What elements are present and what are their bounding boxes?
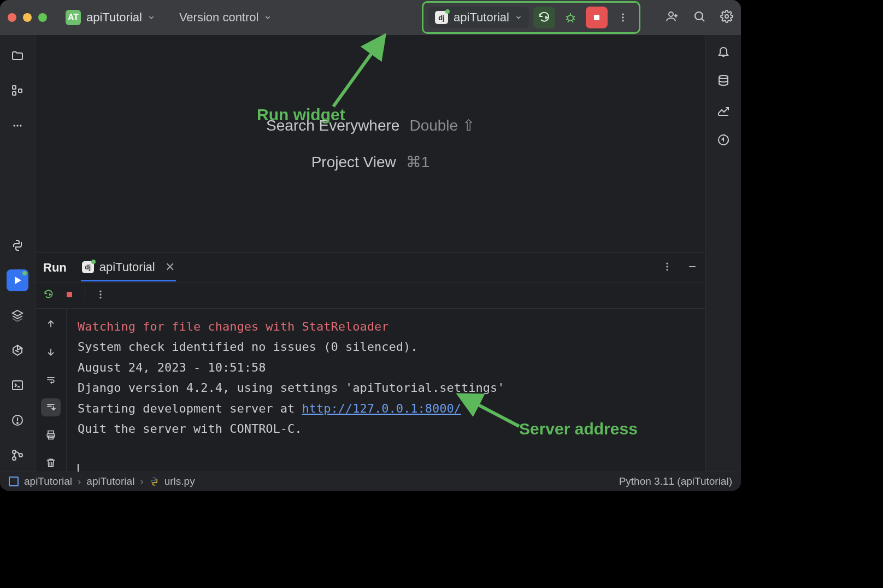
run-tool-title: Run [43, 261, 67, 275]
code-with-me-button[interactable] [666, 10, 679, 25]
svg-point-16 [695, 12, 703, 20]
module-icon [9, 477, 19, 486]
clear-button[interactable] [41, 454, 61, 472]
svg-point-36 [13, 457, 16, 460]
svg-line-5 [566, 19, 568, 20]
svg-marker-28 [17, 345, 22, 350]
print-button[interactable] [41, 426, 61, 444]
svg-point-1 [568, 15, 573, 21]
project-tool-button[interactable] [7, 45, 28, 67]
rerun-button[interactable] [533, 7, 555, 28]
breadcrumb-item: apiTutorial [86, 475, 134, 487]
svg-rect-21 [19, 89, 22, 92]
svg-point-23 [16, 125, 18, 126]
up-stack-button[interactable] [41, 315, 61, 333]
chevron-down-icon [148, 14, 155, 21]
title-bar-right [666, 10, 733, 25]
endpoints-tool-button[interactable] [717, 104, 730, 119]
cursor [78, 464, 79, 472]
svg-point-45 [99, 293, 101, 295]
git-tool-button[interactable] [7, 444, 28, 466]
breadcrumb[interactable]: apiTutorial › apiTutorial › urls.py [9, 475, 195, 487]
run-config-selector[interactable]: dj apiTutorial [428, 7, 529, 28]
right-tool-rail [705, 35, 741, 472]
svg-point-18 [725, 15, 728, 18]
svg-line-7 [568, 21, 569, 22]
svg-point-35 [13, 450, 16, 454]
python-console-button[interactable] [7, 234, 28, 256]
console-line: Quit the server with CONTROL-C. [78, 422, 302, 436]
toolbar-more-button[interactable] [95, 289, 106, 302]
svg-point-39 [666, 266, 668, 267]
svg-line-6 [573, 19, 575, 20]
stop-button[interactable] [586, 7, 608, 28]
console-output[interactable]: Watching for file changes with StatReloa… [67, 309, 705, 472]
more-actions-button[interactable] [612, 7, 634, 28]
svg-point-10 [622, 14, 623, 15]
down-stack-button[interactable] [41, 343, 61, 361]
svg-point-34 [17, 422, 18, 424]
close-window-button[interactable] [8, 13, 16, 22]
terminal-tool-button[interactable] [7, 374, 28, 396]
settings-button[interactable] [720, 10, 733, 25]
svg-point-38 [666, 263, 668, 264]
scroll-to-end-button[interactable] [41, 398, 61, 416]
console-line: Django version 4.2.4, using settings 'ap… [78, 381, 504, 395]
svg-point-58 [719, 75, 728, 79]
search-button[interactable] [693, 10, 706, 25]
svg-point-22 [14, 125, 15, 126]
chevron-down-icon [264, 14, 272, 21]
svg-rect-9 [594, 15, 599, 20]
svg-point-13 [669, 12, 673, 16]
structure-tool-button[interactable] [7, 80, 28, 102]
django-icon: dj [82, 261, 94, 273]
soft-wrap-button[interactable] [41, 371, 61, 389]
svg-rect-30 [13, 381, 22, 390]
python-packages-button[interactable] [7, 339, 28, 361]
vcs-menu[interactable]: Version control [179, 10, 272, 25]
close-tab-icon[interactable]: ✕ [165, 260, 175, 274]
interpreter-selector[interactable]: Python 3.11 (apiTutorial) [619, 475, 732, 487]
svg-point-24 [20, 125, 21, 126]
svg-line-17 [702, 19, 704, 21]
run-tool-button[interactable] [7, 269, 28, 291]
coverage-tool-button[interactable] [717, 133, 730, 149]
django-icon: dj [435, 11, 448, 24]
server-url-link[interactable]: http://127.0.0.1:8000/ [302, 402, 461, 415]
rerun-toolbar-button[interactable] [43, 289, 54, 302]
svg-line-3 [566, 16, 568, 17]
svg-point-40 [666, 269, 668, 271]
problems-tool-button[interactable] [7, 409, 28, 431]
svg-rect-43 [67, 292, 72, 297]
search-everywhere-shortcut: Double ⇧ [409, 116, 475, 134]
run-config-name: apiTutorial [454, 10, 509, 25]
zoom-window-button[interactable] [38, 13, 47, 22]
run-tab-options-button[interactable] [662, 261, 673, 274]
editor-empty-state: Search Everywhere Double ⇧ Project View … [36, 35, 705, 252]
stop-toolbar-button[interactable] [64, 289, 75, 302]
project-selector[interactable]: AT apiTutorial [62, 8, 158, 27]
svg-marker-25 [15, 277, 21, 284]
debug-button[interactable] [560, 7, 581, 28]
svg-rect-19 [13, 86, 16, 89]
minimize-window-button[interactable] [23, 13, 32, 22]
svg-line-4 [573, 16, 575, 17]
search-everywhere-label: Search Everywhere [266, 117, 399, 134]
chevron-down-icon [515, 14, 522, 21]
services-tool-button[interactable] [7, 304, 28, 326]
svg-line-29 [15, 350, 19, 352]
project-view-label: Project View [311, 154, 396, 171]
svg-point-12 [622, 20, 623, 21]
breadcrumb-item: urls.py [164, 475, 195, 487]
window-controls [8, 13, 47, 22]
svg-rect-20 [13, 92, 16, 95]
left-tool-rail [0, 35, 36, 472]
more-tool-button[interactable] [7, 115, 28, 137]
notifications-button[interactable] [717, 45, 730, 60]
svg-marker-26 [13, 310, 22, 316]
hide-tool-window-button[interactable] [687, 261, 698, 274]
svg-point-44 [99, 291, 101, 292]
run-tab[interactable]: dj apiTutorial ✕ [81, 255, 176, 281]
database-tool-button[interactable] [717, 74, 730, 90]
console-line: System check identified no issues (0 sil… [78, 340, 418, 354]
